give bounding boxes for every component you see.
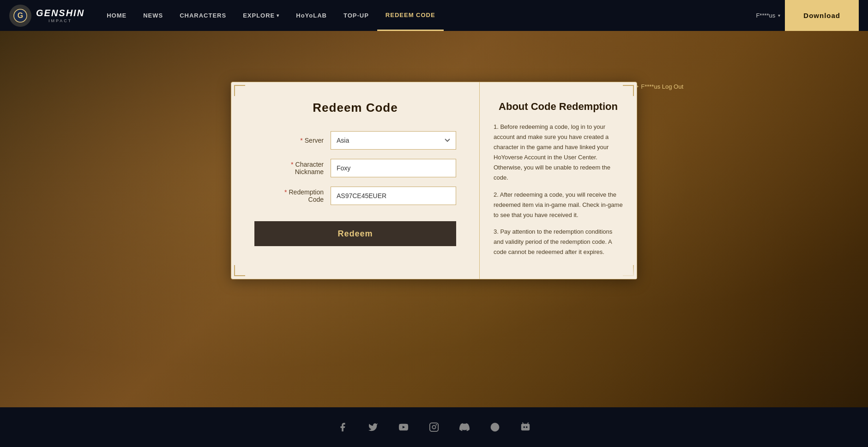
svg-point-10 [523,426,525,428]
navbar-right: F****us ▾ Download [756,0,859,31]
redeem-form-panel: Redeem Code *Server Asia America Europe … [231,82,480,279]
redemption-info-p3: 3. Pay attention to the redemption condi… [494,227,623,257]
nickname-input[interactable] [331,159,456,177]
logo-icon: G [9,5,31,27]
navbar: G GENSHIN IMPACT HOME NEWS CHARACTERS EX… [0,0,868,31]
nav-hoyolab[interactable]: HoYoLAB [288,0,335,31]
nav-news[interactable]: NEWS [135,0,171,31]
svg-rect-7 [521,424,530,431]
logo[interactable]: G GENSHIN IMPACT [9,5,84,27]
redemption-info-content: 1. Before redeeming a code, log in to yo… [494,122,623,260]
main-bg: ✦ F****us Log Out Redeem Code *Server As… [0,0,868,447]
nav-topup[interactable]: TOP-UP [335,0,377,31]
code-input[interactable] [331,187,456,205]
nickname-group: *CharacterNickname [254,159,456,177]
redeem-form-title: Redeem Code [254,101,456,115]
svg-line-9 [528,423,529,424]
logout-area[interactable]: ✦ F****us Log Out [634,83,683,90]
modal-corner-tl [234,85,245,96]
youtube-icon[interactable] [395,419,412,435]
code-required: * [284,188,287,196]
modal-corner-bl [234,265,245,276]
svg-point-4 [432,425,435,429]
nickname-label: *CharacterNickname [254,161,324,175]
nav-explore[interactable]: EXPLORE ▾ [235,0,288,31]
server-label: *Server [254,137,324,144]
facebook-icon[interactable] [334,419,351,435]
nav-links: HOME NEWS CHARACTERS EXPLORE ▾ HoYoLAB T… [98,0,756,31]
user-label: F****us [756,12,775,19]
redemption-info-title: About Code Redemption [494,101,623,113]
logout-label: ✦ F****us Log Out [634,83,683,90]
social-links [334,419,534,435]
svg-rect-3 [430,423,438,431]
svg-point-11 [526,426,528,428]
bilibili-icon[interactable] [517,419,534,435]
server-required: * [300,137,302,144]
nav-redeemcode[interactable]: REDEEM CODE [377,0,444,31]
redeem-modal: Redeem Code *Server Asia America Europe … [231,82,637,279]
code-label: *RedemptionCode [254,188,324,203]
explore-dropdown-icon: ▾ [277,13,279,18]
user-dropdown-icon: ▾ [778,13,780,18]
logo-text: GENSHIN IMPACT [36,8,84,23]
code-group: *RedemptionCode [254,187,456,205]
redemption-info-p1: 1. Before redeeming a code, log in to yo… [494,122,623,183]
download-button[interactable]: Download [785,0,859,31]
redemption-info-panel: About Code Redemption 1. Before redeemin… [480,82,637,279]
svg-point-5 [436,424,437,426]
nav-home[interactable]: HOME [98,0,135,31]
server-select[interactable]: Asia America Europe TW/HK/MO [331,131,456,150]
discord-icon[interactable] [456,419,473,435]
redemption-info-p2: 2. After redeeming a code, you will rece… [494,190,623,220]
footer [0,407,868,447]
nickname-required: * [291,161,293,168]
svg-line-8 [523,423,524,424]
nav-characters[interactable]: CHARACTERS [171,0,235,31]
svg-text:G: G [18,12,23,19]
user-account[interactable]: F****us ▾ [756,12,780,19]
redeem-button[interactable]: Redeem [254,221,456,246]
twitter-icon[interactable] [365,419,381,435]
instagram-icon[interactable] [426,419,442,435]
server-group: *Server Asia America Europe TW/HK/MO [254,131,456,150]
reddit-icon[interactable] [487,419,503,435]
